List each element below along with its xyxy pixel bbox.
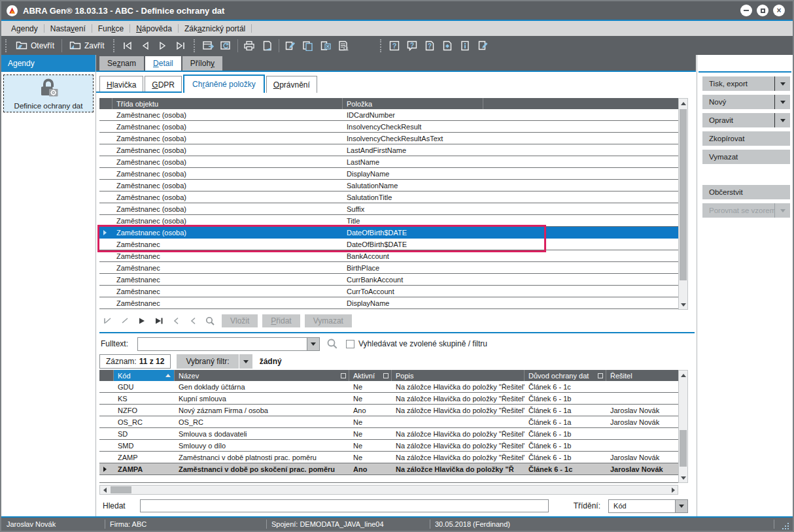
nav-first-icon[interactable] <box>101 315 115 327</box>
scroll-left-icon[interactable] <box>101 486 108 494</box>
edit-button[interactable]: Opravit <box>702 113 790 127</box>
subtab-chranene-polozky[interactable]: Chráněné položky <box>183 75 265 93</box>
subtab-opravneni[interactable]: Oprávnění <box>266 76 317 93</box>
table-row[interactable]: ZaměstnanecDisplayName <box>99 297 678 309</box>
next-record-icon[interactable] <box>154 38 172 54</box>
column-filter-icon[interactable] <box>383 373 388 378</box>
selected-filter-button[interactable]: Vybraný filtr: <box>177 354 238 369</box>
table-row[interactable]: ZAMPZaměstnanci v době platnosti prac. p… <box>99 452 678 463</box>
table-row[interactable]: SDSmlouva s dodavateliNeNa záložce Hlavi… <box>99 428 678 440</box>
column-nazev[interactable]: Název <box>175 370 349 381</box>
nav-prior-icon[interactable] <box>118 315 132 327</box>
help-icon[interactable]: ? <box>386 38 404 54</box>
table-row[interactable]: KSKupní smlouvaNeNa záložce Hlavička do … <box>99 393 678 405</box>
nav-last-icon[interactable] <box>152 315 166 327</box>
subtab-gdpr[interactable]: GDPR <box>145 76 182 93</box>
menu-napoveda[interactable]: Nápověda <box>130 22 178 35</box>
copy-button[interactable]: Zkopírovat <box>702 131 790 146</box>
subtab-hlavicka[interactable]: Hlavička <box>99 76 143 93</box>
table-row[interactable]: Zaměstnanec (osoba)SalutationTitle <box>99 191 678 203</box>
scroll-down-icon[interactable] <box>679 300 687 309</box>
open-agenda-button[interactable]: Otevřít <box>11 38 59 54</box>
open-in-new-window-icon[interactable] <box>199 38 217 54</box>
last-record-icon[interactable] <box>172 38 190 54</box>
close-button[interactable]: × <box>773 5 785 16</box>
scrollbar-thumb[interactable] <box>680 109 687 280</box>
tab-prilohy[interactable]: Přílohy <box>182 56 222 71</box>
close-agenda-button[interactable]: Zavřít <box>65 38 109 54</box>
search-icon[interactable] <box>326 338 338 350</box>
sort-dropdown-button[interactable] <box>675 500 687 512</box>
scroll-up-icon[interactable] <box>679 99 687 108</box>
menu-agendy[interactable]: Agendy <box>5 22 44 35</box>
tab-detail[interactable]: Detail <box>145 56 181 71</box>
nav-page-prev-icon[interactable] <box>169 315 183 327</box>
edit-record-icon[interactable] <box>282 38 300 54</box>
whats-new-icon[interactable] <box>439 38 457 54</box>
column-polozka[interactable]: Položka <box>343 98 483 109</box>
definitions-scrollbar[interactable] <box>678 370 688 483</box>
menu-funkce[interactable]: Funkce <box>92 22 129 35</box>
sidebar-item-definice-ochrany-dat[interactable]: Definice ochrany dat <box>3 75 94 112</box>
tab-seznam[interactable]: Seznam <box>99 56 144 71</box>
table-row-selected[interactable]: Zaměstnanec (osoba)DateOfBirth$DATE <box>99 227 678 239</box>
fulltext-dropdown-button[interactable] <box>307 338 319 350</box>
scroll-down-icon[interactable] <box>679 473 687 482</box>
insert-button[interactable]: Vložit <box>222 314 258 327</box>
refresh-button[interactable]: Občerstvit <box>702 185 790 199</box>
column-aktivni[interactable]: Aktivní <box>349 370 392 381</box>
table-row[interactable]: ZaměstnanecDateOfBirth$DATE <box>99 239 678 250</box>
delete-record-icon[interactable] <box>317 38 335 54</box>
copy-record-icon[interactable] <box>300 38 317 54</box>
table-row[interactable]: Zaměstnanec (osoba)IDCardNumber <box>99 109 678 121</box>
menu-nastaveni[interactable]: Nastavení <box>44 22 92 35</box>
scrollbar-thumb[interactable] <box>111 486 131 493</box>
minimize-button[interactable] <box>740 5 752 16</box>
first-record-icon[interactable] <box>119 38 137 54</box>
table-row-selected[interactable]: ZAMPAZaměstnanci v době po skočení prac.… <box>99 463 678 475</box>
new-document-icon[interactable] <box>258 38 276 54</box>
table-row[interactable]: Zaměstnanec (osoba)InsolvencyCheckResult <box>99 121 678 133</box>
print-icon[interactable] <box>241 38 258 54</box>
fulltext-input[interactable] <box>138 338 307 350</box>
table-row[interactable]: Zaměstnanec (osoba)LastName <box>99 156 678 168</box>
table-row[interactable]: Zaměstnanec (osoba)LastAndFirstName <box>99 144 678 156</box>
context-help-icon[interactable]: ? <box>404 38 421 54</box>
column-duvod-ochrany-dat[interactable]: Důvod ochrany dat <box>525 370 606 381</box>
fulltext-combobox[interactable] <box>137 337 320 351</box>
column-filter-icon[interactable] <box>598 373 603 378</box>
maximize-button[interactable] <box>757 5 768 16</box>
table-row[interactable]: Zaměstnanec (osoba)SalutationName <box>99 180 678 191</box>
table-row[interactable]: Zaměstnanec (osoba)Title <box>99 215 678 227</box>
nav-group-prev-icon[interactable] <box>186 315 200 327</box>
refresh-agenda-icon[interactable] <box>217 38 235 54</box>
nav-next-icon[interactable] <box>135 315 149 327</box>
new-button[interactable]: Nový <box>702 95 790 109</box>
prior-record-icon[interactable] <box>137 38 154 54</box>
filter-dropdown-button[interactable] <box>239 354 252 369</box>
add-button[interactable]: Přidat <box>262 314 300 327</box>
print-export-button[interactable]: Tisk, export <box>702 76 790 91</box>
table-row[interactable]: SMDSmlouvy o díloNeNa záložce Hlavička d… <box>99 440 678 452</box>
delete-button[interactable]: Vymazat <box>702 150 790 164</box>
dropdown-arrow-icon[interactable] <box>774 113 790 127</box>
scrollbar-thumb[interactable] <box>680 430 687 467</box>
sort-dropdown[interactable]: Kód <box>608 499 688 513</box>
table-row[interactable]: OS_RCOS_RCNeČlánek 6 - 1aJaroslav Novák <box>99 416 678 428</box>
table-row[interactable]: GDUGen doklady účtárnaNeNa záložce Hlavi… <box>99 381 678 393</box>
help-topics-icon[interactable]: ? <box>421 38 439 54</box>
nav-locate-icon[interactable] <box>203 315 217 327</box>
dropdown-arrow-icon[interactable] <box>774 76 790 91</box>
scroll-up-icon[interactable] <box>679 371 687 380</box>
delete-item-button[interactable]: Vymazat <box>305 314 352 327</box>
table-row[interactable]: ZaměstnanecBankAccount <box>99 250 678 262</box>
notes-icon[interactable] <box>474 38 492 54</box>
table-row[interactable]: Zaměstnanec (osoba)DisplayName <box>99 168 678 180</box>
audit-log-icon[interactable] <box>335 38 353 54</box>
column-filter-icon[interactable] <box>341 373 346 378</box>
table-row[interactable]: ZaměstnanecCurrBankAccount <box>99 274 678 286</box>
definitions-hscrollbar[interactable] <box>99 485 678 495</box>
column-resitel[interactable]: Řešitel <box>606 370 678 381</box>
column-kod[interactable]: Kód <box>114 370 175 381</box>
table-row[interactable]: ZaměstnanecCurrToAccount <box>99 286 678 297</box>
